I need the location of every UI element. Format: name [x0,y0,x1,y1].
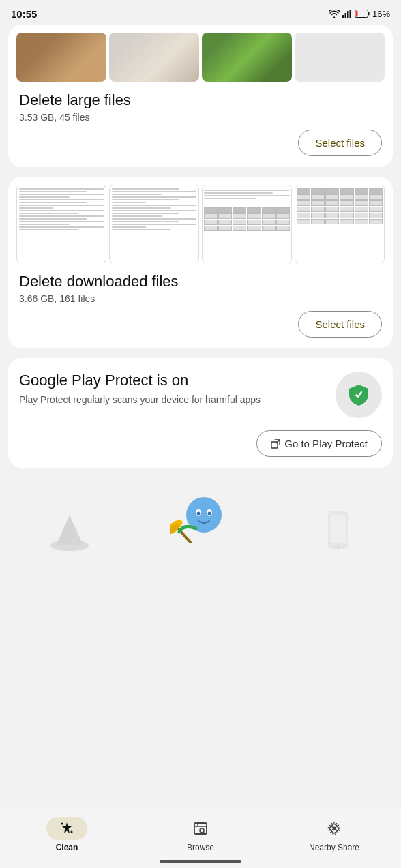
status-icons: 16% [329,9,390,19]
thumb-2 [109,33,199,82]
go-to-play-protect-button[interactable]: Go to Play Protect [256,430,382,457]
svg-rect-2 [347,11,349,18]
svg-rect-22 [330,515,346,543]
large-files-title: Delete large files [19,91,382,109]
mascot-area [8,477,393,566]
wifi-icon [329,10,340,18]
status-time: 10:55 [11,8,37,20]
downloaded-files-title: Delete downloaded files [19,273,382,290]
nearby-share-icon-wrap [314,817,355,840]
nearby-share-label: Nearby Share [309,843,359,852]
home-indicator [160,860,241,863]
nav-item-browse[interactable]: Browse [134,817,267,852]
protect-action: Go to Play Protect [19,430,382,457]
mascot-illustration [170,491,231,566]
battery-percent: 16% [372,9,390,19]
browse-label: Browse [187,843,214,852]
play-protect-icon [346,383,371,407]
battery-icon [355,10,370,18]
doc-thumb-1 [16,185,106,263]
select-large-files-button[interactable]: Select files [298,130,382,156]
downloaded-files-action: Select files [8,304,393,338]
thumb-1 [16,33,106,82]
thumb-3 [202,33,292,82]
doc-thumb-4 [295,185,385,263]
svg-rect-1 [344,13,346,18]
svg-rect-5 [368,12,370,16]
browse-icon [193,821,208,836]
select-downloaded-files-button[interactable]: Select files [298,311,382,338]
protect-icon-wrap [336,372,382,418]
svg-point-23 [337,545,340,548]
protect-subtitle: Play Protect regularly scans your device… [19,393,327,407]
signal-icon [342,10,352,18]
svg-rect-0 [342,15,344,18]
downloaded-files-card: Delete downloaded files 3.66 GB, 161 fil… [8,177,393,348]
clean-label: Clean [56,843,78,852]
large-files-subtitle: 3.53 GB, 45 files [19,112,382,123]
svg-point-25 [61,822,63,824]
svg-marker-12 [56,515,83,545]
svg-point-26 [71,830,73,833]
browse-icon-wrap [180,817,221,840]
svg-point-17 [208,512,211,515]
device-icon [325,511,352,552]
svg-point-16 [197,512,200,515]
play-protect-card: Google Play Protect is on Play Protect r… [8,358,393,468]
nav-item-clean[interactable]: Clean [0,817,134,852]
svg-rect-3 [349,10,351,18]
svg-marker-24 [62,822,72,833]
large-files-action: Select files [8,123,393,156]
go-to-play-protect-label: Go to Play Protect [284,438,368,449]
clean-icon-wrap [46,817,87,840]
bottom-nav: Clean Browse Nearby Share [0,807,401,868]
external-link-icon [271,439,280,449]
protect-title: Google Play Protect is on [19,372,327,389]
downloaded-files-body: Delete downloaded files 3.66 GB, 161 fil… [8,269,393,304]
svg-rect-6 [355,11,357,17]
downloaded-files-subtitle: 3.66 GB, 161 files [19,293,382,304]
sparkles-icon [59,821,74,836]
protect-text: Google Play Protect is on Play Protect r… [19,372,336,407]
large-files-body: Delete large files 3.53 GB, 45 files [8,87,393,123]
large-files-images [8,25,393,87]
nav-item-nearby-share[interactable]: Nearby Share [267,817,401,852]
protect-top: Google Play Protect is on Play Protect r… [19,372,382,418]
status-bar: 10:55 16% [0,0,401,25]
large-files-card: Delete large files 3.53 GB, 45 files Sel… [8,25,393,167]
downloaded-files-images [8,177,393,269]
hat-icon [49,511,90,552]
thumb-4 [295,33,385,82]
doc-thumb-3 [202,185,292,263]
nearby-share-icon [327,821,342,836]
scroll-content: Delete large files 3.53 GB, 45 files Sel… [0,25,401,566]
doc-thumb-2 [109,185,199,263]
mascot-center [170,491,231,566]
